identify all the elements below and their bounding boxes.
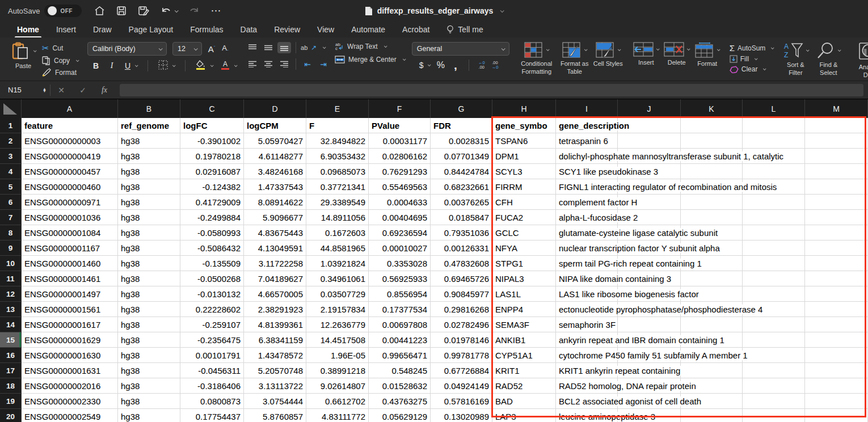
cell-K14[interactable] xyxy=(681,317,743,332)
cell-G13[interactable]: 0.29816268 xyxy=(431,302,492,317)
cell-L16[interactable] xyxy=(743,348,805,363)
cell-F11[interactable]: 0.56925933 xyxy=(369,271,431,286)
cell-F18[interactable]: 0.01528632 xyxy=(369,378,431,394)
tab-acrobat[interactable]: Acrobat xyxy=(402,25,429,34)
cell-E7[interactable]: 14.8911056 xyxy=(306,210,369,225)
cell-A9[interactable]: ENSG00000001167 xyxy=(22,240,118,256)
row-header-11[interactable]: 11 xyxy=(0,271,22,286)
increase-font-icon[interactable]: Aˆ xyxy=(208,44,216,54)
cell-M10[interactable] xyxy=(805,256,868,271)
row-header-15[interactable]: 15 xyxy=(0,332,22,348)
cell-E12[interactable]: 0.03507729 xyxy=(306,286,369,302)
row-header-5[interactable]: 5 xyxy=(0,179,22,195)
row-header-20[interactable]: 20 xyxy=(0,409,22,422)
cell-B6[interactable]: hg38 xyxy=(118,195,180,210)
select-all-corner[interactable] xyxy=(0,99,22,118)
tab-automate[interactable]: Automate xyxy=(351,25,385,34)
cell-D10[interactable]: 3.11722258 xyxy=(244,256,306,271)
cell-G12[interactable]: 0.90845977 xyxy=(431,286,492,302)
cell-A15[interactable]: ENSG00000001629 xyxy=(22,332,118,348)
row-header-10[interactable]: 10 xyxy=(0,256,22,271)
cell-I7[interactable]: alpha-L-fucosidase 2 xyxy=(556,210,618,225)
cell-I20[interactable]: leucine aminopeptidase 3 xyxy=(556,409,618,422)
tab-review[interactable]: Review xyxy=(274,25,300,34)
column-header-H[interactable]: H xyxy=(492,99,556,118)
cell-L18[interactable] xyxy=(743,378,805,394)
cell-D19[interactable]: 3.0754444 xyxy=(244,394,306,409)
cell-A11[interactable]: ENSG00000001461 xyxy=(22,271,118,286)
underline-chevron-icon[interactable] xyxy=(135,64,138,67)
row-header-13[interactable]: 13 xyxy=(0,302,22,317)
cell-L17[interactable] xyxy=(743,363,805,378)
cell-D20[interactable]: 5.8760857 xyxy=(244,409,306,422)
align-left-button[interactable] xyxy=(246,58,259,70)
cell-A18[interactable]: ENSG00000002016 xyxy=(22,378,118,394)
cell-E11[interactable]: 0.34961061 xyxy=(306,271,369,286)
cell-G5[interactable]: 0.68232661 xyxy=(431,179,492,195)
cell-L19[interactable] xyxy=(743,394,805,409)
cell-C19[interactable]: 0.0800873 xyxy=(180,394,244,409)
cell-E3[interactable]: 6.90353432 xyxy=(306,149,369,164)
row-header-17[interactable]: 17 xyxy=(0,363,22,378)
cell-B5[interactable]: hg38 xyxy=(118,179,180,195)
cell-F20[interactable]: 0.05629129 xyxy=(369,409,431,422)
cell-G16[interactable]: 0.99781778 xyxy=(431,348,492,363)
insert-function-icon[interactable]: fx xyxy=(94,86,115,95)
align-right-button[interactable] xyxy=(277,58,291,70)
cell-G15[interactable]: 0.01978146 xyxy=(431,332,492,348)
cell-I18[interactable]: RAD52 homolog, DNA repair protein xyxy=(556,378,618,394)
tab-insert[interactable]: Insert xyxy=(56,25,76,34)
font-name-select[interactable]: Calibri (Body) xyxy=(87,42,167,56)
cell-D8[interactable]: 4.83675443 xyxy=(244,225,306,240)
underline-button[interactable]: U xyxy=(124,61,132,70)
cell-F13[interactable]: 0.17377534 xyxy=(369,302,431,317)
cut-button[interactable]: ✂ Cut xyxy=(42,43,78,53)
cell-C17[interactable]: -0.0456311 xyxy=(180,363,244,378)
cell-G17[interactable]: 0.67726884 xyxy=(431,363,492,378)
column-header-J[interactable]: J xyxy=(618,99,681,118)
cell-F16[interactable]: 0.99656471 xyxy=(369,348,431,363)
cell-M20[interactable] xyxy=(805,409,868,422)
cell-H4[interactable]: SCYL3 xyxy=(492,164,556,179)
tab-page-layout[interactable]: Page Layout xyxy=(129,25,174,34)
decrease-indent-button[interactable]: ⇤ xyxy=(301,58,314,70)
cell-L11[interactable] xyxy=(743,271,805,286)
cell-G1[interactable]: FDR xyxy=(431,118,492,133)
cell-K7[interactable] xyxy=(681,210,743,225)
clear-button[interactable]: Clear xyxy=(730,65,774,73)
cell-H2[interactable]: TSPAN6 xyxy=(492,133,556,149)
column-header-G[interactable]: G xyxy=(431,99,492,118)
cell-C16[interactable]: 0.00101791 xyxy=(180,348,244,363)
cell-H19[interactable]: BAD xyxy=(492,394,556,409)
tab-formulas[interactable]: Formulas xyxy=(190,25,223,34)
cell-I10[interactable]: sperm tail PG-rich repeat containing 1 xyxy=(556,256,618,271)
cell-D17[interactable]: 5.20570748 xyxy=(244,363,306,378)
column-header-I[interactable]: I xyxy=(556,99,618,118)
cell-E15[interactable]: 14.4517508 xyxy=(306,332,369,348)
cell-G3[interactable]: 0.07701349 xyxy=(431,149,492,164)
cell-G11[interactable]: 0.69465726 xyxy=(431,271,492,286)
cell-F15[interactable]: 0.00441223 xyxy=(369,332,431,348)
cell-K1[interactable] xyxy=(681,118,743,133)
cell-I13[interactable]: ectonucleotide pyrophosphatase/phosphodi… xyxy=(556,302,618,317)
increase-decimal-button[interactable]: ←0.00 xyxy=(478,61,485,70)
cell-F12[interactable]: 0.8556954 xyxy=(369,286,431,302)
cell-F7[interactable]: 0.00404695 xyxy=(369,210,431,225)
cell-D2[interactable]: 5.05970427 xyxy=(244,133,306,149)
cell-E6[interactable]: 29.3389549 xyxy=(306,195,369,210)
cell-H20[interactable]: LAP3 xyxy=(492,409,556,422)
cell-I16[interactable]: cytochrome P450 family 51 subfamily A me… xyxy=(556,348,618,363)
cell-B1[interactable]: ref_genome xyxy=(118,118,180,133)
cell-E20[interactable]: 4.83111772 xyxy=(306,409,369,422)
cell-C5[interactable]: -0.124382 xyxy=(180,179,244,195)
tab-home[interactable]: Home xyxy=(17,25,39,34)
title-chevron-icon[interactable] xyxy=(500,9,504,12)
cell-E18[interactable]: 9.02614807 xyxy=(306,378,369,394)
cell-L9[interactable] xyxy=(743,240,805,256)
cell-L7[interactable] xyxy=(743,210,805,225)
cell-M6[interactable] xyxy=(805,195,868,210)
cell-B17[interactable]: hg38 xyxy=(118,363,180,378)
cell-styles-button[interactable]: Cell Styles xyxy=(592,42,624,68)
cell-M2[interactable] xyxy=(805,133,868,149)
name-box[interactable]: N15 ▲▼ xyxy=(0,86,50,94)
